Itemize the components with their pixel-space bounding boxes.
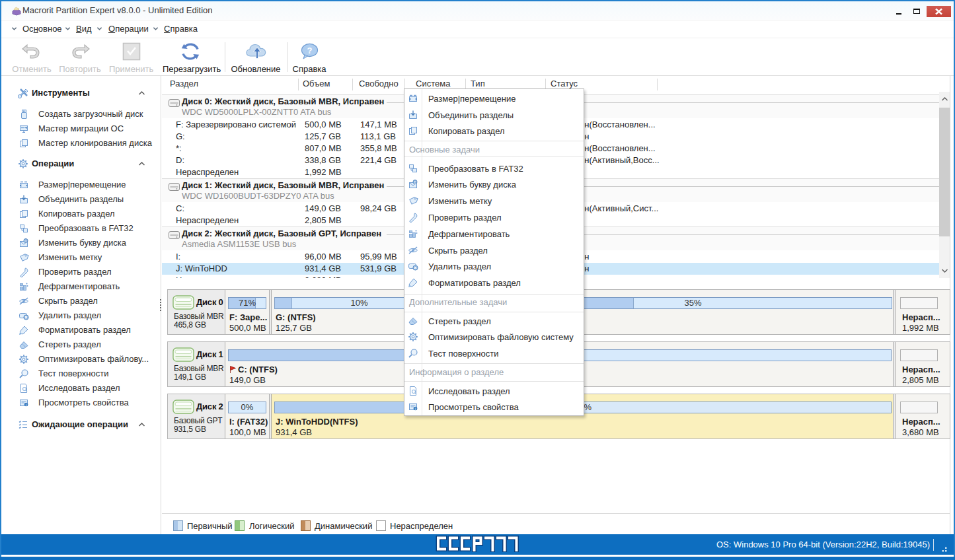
svg-text:?: ? <box>307 46 313 55</box>
